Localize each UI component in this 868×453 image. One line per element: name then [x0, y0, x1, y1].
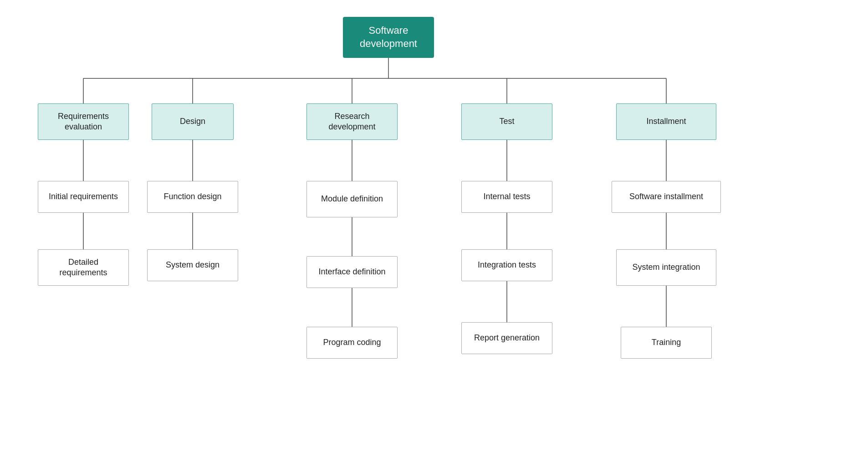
level1-design: Design: [152, 103, 234, 140]
leaf-training: Training: [621, 327, 712, 359]
leaf-integration-tests: Integration tests: [461, 249, 552, 281]
leaf-system-design: System design: [147, 249, 238, 281]
level1-research: Research development: [306, 103, 398, 140]
level1-requirements: Requirements evaluation: [38, 103, 129, 140]
leaf-software-installment: Software installment: [612, 181, 721, 213]
leaf-module-definition: Module definition: [306, 181, 398, 217]
leaf-system-integration: System integration: [616, 249, 716, 286]
leaf-initial-requirements: Initial requirements: [38, 181, 129, 213]
leaf-program-coding: Program coding: [306, 327, 398, 359]
leaf-internal-tests: Internal tests: [461, 181, 552, 213]
leaf-function-design: Function design: [147, 181, 238, 213]
root-node: Software development: [343, 17, 434, 58]
leaf-interface-definition: Interface definition: [306, 256, 398, 288]
level1-test: Test: [461, 103, 552, 140]
leaf-detailed-requirements: Detailed requirements: [38, 249, 129, 286]
leaf-report-generation: Report generation: [461, 322, 552, 354]
connectors-svg: [24, 8, 844, 445]
level1-installment: Installment: [616, 103, 716, 140]
org-chart: Software development Requirements evalua…: [24, 8, 844, 445]
